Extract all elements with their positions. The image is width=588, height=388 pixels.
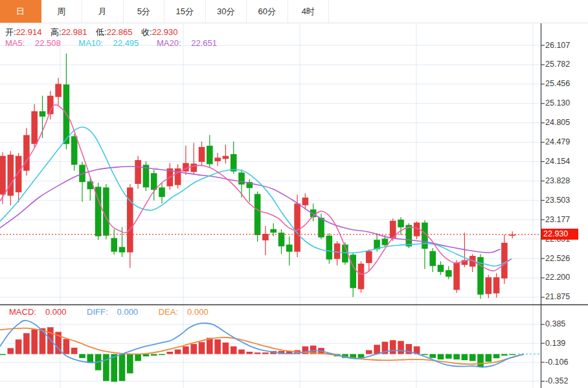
candle-body [270, 229, 277, 233]
candle-body [190, 164, 197, 172]
macd-bar [207, 338, 213, 354]
macd-axis-label: 0.139 [545, 339, 565, 348]
candle-body [159, 187, 165, 197]
candle-body [326, 236, 333, 260]
tab-5分[interactable]: 5分 [124, 0, 165, 23]
candle-body [334, 244, 341, 259]
macd-bar [501, 354, 508, 356]
candle-body [207, 146, 213, 165]
price-axis-label: 25.130 [545, 98, 570, 108]
macd-bar [16, 339, 22, 354]
macd-bar [8, 348, 14, 354]
candle-body [16, 156, 22, 192]
candle-body [23, 135, 30, 171]
diff-line [0, 321, 523, 367]
macd-bar [199, 342, 205, 354]
candle-body [453, 262, 460, 290]
tab-周[interactable]: 周 [41, 0, 83, 23]
diff-readout: DIFF:0.000 [87, 307, 147, 317]
interval-tabbar: 日周月5分15分30分60分4时 [0, 0, 588, 23]
macd-bar [71, 348, 78, 354]
macd-bar [151, 354, 157, 356]
macd-bar [486, 354, 492, 362]
low-label: 低: [96, 27, 107, 37]
tab-4时[interactable]: 4时 [288, 0, 330, 23]
macd-bar [31, 329, 38, 354]
macd-bar [453, 354, 460, 359]
macd-readout: MACD:0.000 [9, 307, 75, 317]
tab-日[interactable]: 日 [0, 0, 41, 23]
macd-bar [254, 352, 261, 354]
candle-body [151, 173, 157, 190]
candle-body [486, 277, 492, 294]
macd-bar [214, 339, 221, 354]
candle-body [31, 111, 38, 144]
price-axis-label: 22.526 [545, 254, 570, 263]
macd-axis-label: -0.106 [545, 358, 568, 367]
tab-15分[interactable]: 15分 [164, 0, 206, 23]
macd-bar [135, 354, 141, 361]
price-axis-label: 24.479 [545, 137, 570, 146]
macd-bar [223, 343, 229, 354]
tab-60分[interactable]: 60分 [247, 0, 288, 23]
macd-bar [183, 347, 189, 354]
tab-月[interactable]: 月 [82, 0, 124, 23]
macd-bar [47, 327, 54, 354]
ma5-readout: MA5: 22.508 [5, 38, 69, 48]
macd-bar [366, 350, 372, 354]
macd-bar [247, 352, 253, 354]
ma5-line [0, 105, 510, 274]
candle-body [302, 198, 309, 205]
macd-bar [23, 333, 30, 354]
macd-bar [509, 354, 515, 356]
tab-30分[interactable]: 30分 [206, 0, 247, 23]
open-label: 开: [5, 27, 16, 37]
candle-body [199, 147, 205, 162]
candle-body [55, 84, 62, 97]
candle-body [398, 220, 404, 227]
macd-bar [477, 354, 484, 367]
dea-readout: DEA:0.000 [159, 307, 218, 317]
price-axis-label: 25.782 [545, 60, 570, 69]
low-value: 22.865 [107, 27, 133, 37]
macd-bar [143, 354, 150, 357]
candle-body [223, 156, 229, 159]
price-axis-label: 23.503 [545, 196, 570, 205]
macd-bar [493, 354, 500, 359]
macd-bar [159, 354, 165, 356]
candlestick-chart-canvas[interactable] [0, 0, 588, 388]
price-axis-label: 22.200 [545, 273, 570, 282]
dea-line [0, 328, 523, 364]
close-label: 收: [141, 27, 152, 37]
macd-axis-label: 0.385 [545, 319, 565, 328]
candle-body [119, 247, 126, 252]
macd-bar [262, 352, 269, 354]
macd-header: MACD:0.000 DIFF:0.000 DEA:0.000 [9, 307, 227, 317]
price-axis-label: 23.177 [545, 215, 570, 224]
candle-body [127, 187, 133, 252]
open-value: 22.914 [16, 27, 42, 37]
candle-body [501, 243, 508, 279]
close-value: 22.930 [152, 27, 178, 37]
macd-bar [190, 344, 197, 354]
candle-body [286, 245, 293, 252]
price-axis-label: 24.154 [545, 157, 570, 166]
macd-bar [429, 354, 436, 358]
candle-body [350, 255, 356, 288]
ma20-readout: MA20: 22.651 [157, 38, 225, 48]
price-axis-label: 26.107 [545, 41, 570, 50]
macd-bar [119, 354, 126, 382]
kline-chart-app: 日周月5分15分30分60分4时 开:22.914 高:22.981 低:22.… [0, 0, 588, 388]
candle-body [358, 264, 365, 290]
macd-bar [374, 345, 380, 354]
candle-body [0, 156, 6, 195]
macd-bar [0, 354, 6, 356]
candle-body [231, 154, 237, 172]
candle-body [438, 265, 444, 272]
candle-body [294, 203, 300, 251]
macd-bar [390, 340, 396, 354]
macd-bar [238, 350, 245, 354]
macd-bar [87, 354, 94, 363]
candle-body [8, 155, 14, 196]
macd-bar [398, 341, 404, 354]
